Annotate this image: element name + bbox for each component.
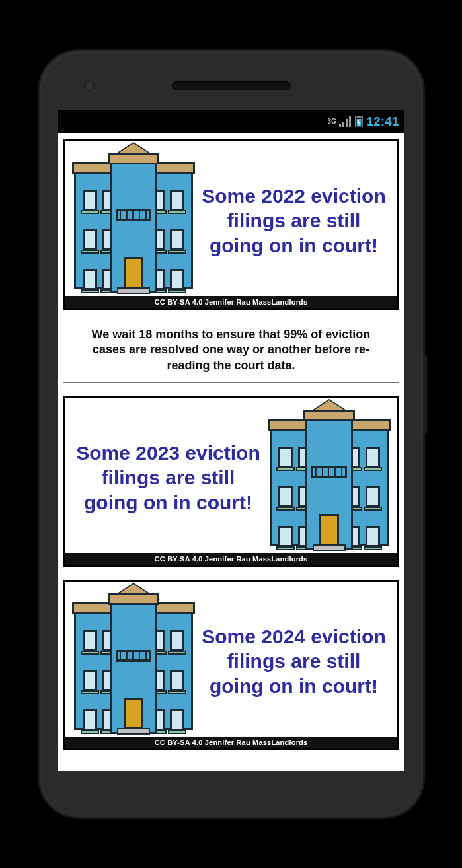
house-illustration-icon [71,148,196,293]
speaker-grille-icon [172,81,291,90]
svg-rect-1 [342,122,344,127]
card-headline: Some 2024 eviction filings are still goi… [196,619,392,704]
svg-rect-3 [349,116,351,127]
status-bar: 3G 12:41 [58,110,404,133]
house-illustration-icon [266,405,392,550]
phone-frame: 3G 12:41 [40,51,423,817]
image-credit-label: CC BY-SA 4.0 Jennifer Rau MassLandlords [65,296,397,308]
image-credit-label: CC BY-SA 4.0 Jennifer Rau MassLandlords [65,737,397,748]
house-illustration-icon [71,589,196,734]
signal-icon [339,116,351,127]
eviction-card-2024: Some 2024 eviction filings are still goi… [63,580,399,750]
front-camera-icon [83,80,95,92]
device-side-button [423,355,427,434]
clock-label: 12:41 [367,115,399,129]
page-content[interactable]: Some 2022 eviction filings are still goi… [58,133,404,771]
eviction-card-2022: Some 2022 eviction filings are still goi… [63,139,399,310]
network-type-label: 3G [328,118,336,125]
eviction-card-2023: Some 2023 eviction filings are still goi… [63,396,399,567]
card-headline: Some 2023 eviction filings are still goi… [71,435,266,521]
image-credit-label: CC BY-SA 4.0 Jennifer Rau MassLandlords [65,553,397,565]
screen: 3G 12:41 [58,110,404,771]
svg-rect-2 [346,119,348,127]
battery-icon [355,116,363,127]
explanatory-caption: We wait 18 months to ensure that 99% of … [63,319,399,383]
svg-rect-0 [339,124,341,127]
card-headline: Some 2022 eviction filings are still goi… [196,178,392,264]
